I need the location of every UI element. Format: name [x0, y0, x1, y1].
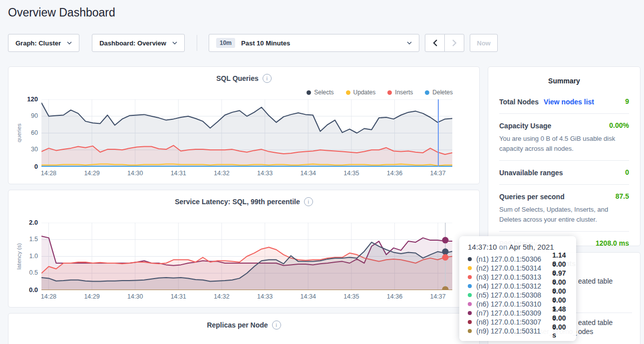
- graph-dropdown[interactable]: Graph: Cluster: [8, 34, 79, 52]
- node-address: (n3) 127.0.0.1:50313: [476, 273, 552, 281]
- summary-rows: Total NodesView nodes list9Capacity Usag…: [499, 90, 629, 255]
- tooltip-connector: on: [499, 243, 508, 251]
- x-axis-ticks: 14:2814:2914:3014:3114:3214:3314:3414:35…: [41, 170, 452, 178]
- x-tick-label: 14:34: [301, 170, 316, 177]
- service-latency-plot-area[interactable]: [41, 223, 452, 290]
- replicas-per-node-chart-panel: Replicas per Node i: [8, 313, 480, 344]
- summary-row-label: Capacity Usage: [499, 122, 551, 130]
- summary-row-value: 0: [625, 168, 629, 176]
- x-tick-label: 14:29: [84, 170, 99, 177]
- summary-row-value: 9: [625, 97, 629, 105]
- now-button[interactable]: Now: [470, 34, 498, 52]
- node-address: (n9) 127.0.0.1:50311: [476, 327, 552, 335]
- sql-queries-chart-title: SQL Queries: [216, 74, 259, 82]
- time-range-label: Past 10 Minutes: [241, 39, 290, 47]
- chevron-right-icon: [452, 39, 457, 46]
- legend-color-dot: [387, 90, 392, 95]
- y-tick-label: 1.5: [10, 236, 38, 243]
- legend-color-dot: [307, 90, 311, 95]
- dashboard-dropdown-label: Dashboard: Overview: [99, 39, 166, 47]
- y-tick-label: 90: [10, 112, 38, 119]
- summary-row-label: Unavailable ranges: [499, 169, 563, 177]
- overview-dashboard-page: Overview Dashboard Graph: Cluster Dashbo…: [0, 0, 644, 344]
- chart-hover-tooltip: 14:37:10 on Apr 5th, 2021 (n1) 127.0.0.1…: [459, 236, 576, 341]
- x-tick-label: 14:32: [214, 170, 229, 177]
- x-tick-label: 14:36: [387, 293, 402, 300]
- service-latency-chart-title: Service Latency: SQL, 99th percentile: [175, 198, 300, 206]
- legend-item-updates: Updates: [346, 89, 376, 96]
- info-icon[interactable]: i: [272, 321, 281, 330]
- toolbar-divider: [197, 35, 197, 51]
- y-tick-label: 60: [10, 129, 38, 136]
- tooltip-node-list: (n1) 127.0.0.1:503061.14 s(n2) 127.0.0.1…: [468, 255, 571, 336]
- info-icon[interactable]: i: [263, 74, 272, 83]
- sql-queries-chart-panel: SQL Queries i SelectsUpdatesInsertsDelet…: [8, 66, 480, 184]
- node-color-dot: [468, 320, 472, 324]
- sql-queries-plot-area[interactable]: [41, 99, 452, 167]
- tooltip-time: 14:37:10: [468, 243, 497, 251]
- summary-row-label: Queries per second: [499, 193, 565, 201]
- time-range-badge: 10m: [216, 38, 235, 48]
- y-tick-label: 1.0: [10, 253, 38, 260]
- node-color-dot: [468, 311, 472, 315]
- node-latency-value: 0.00 s: [552, 323, 571, 339]
- summary-row-value: 0.00%: [609, 121, 629, 129]
- dashboard-dropdown[interactable]: Dashboard: Overview: [92, 34, 185, 52]
- legend-label: Updates: [353, 89, 376, 96]
- legend-label: Deletes: [432, 89, 453, 96]
- y-tick-label: 120: [10, 95, 38, 103]
- chart-legend: SelectsUpdatesInsertsDeletes: [307, 89, 453, 96]
- y-tick-label: 0.0: [10, 286, 38, 294]
- y-tick-label: 30: [10, 146, 38, 153]
- summary-row: Queries per second87.5Sum of Selects, Up…: [499, 184, 629, 231]
- x-tick-label: 14:28: [41, 170, 56, 177]
- summary-panel: Summary Total NodesView nodes list9Capac…: [488, 66, 641, 246]
- graph-dropdown-label: Graph: Cluster: [15, 39, 61, 47]
- event-text-fragment: odes: [578, 328, 593, 336]
- x-axis-ticks: 14:2814:2914:3014:3114:3214:3314:3414:35…: [41, 293, 452, 301]
- x-tick-label: 14:30: [127, 170, 143, 177]
- x-tick-label: 14:31: [171, 170, 186, 177]
- time-prev-button[interactable]: [425, 34, 445, 52]
- node-address: (n5) 127.0.0.1:50308: [476, 291, 552, 299]
- time-range-selector[interactable]: 10m Past 10 Minutes: [209, 34, 419, 52]
- node-address: (n7) 127.0.0.1:50309: [476, 309, 552, 317]
- x-tick-label: 14:28: [41, 293, 56, 300]
- summary-row: Unavailable ranges0: [499, 160, 629, 184]
- summary-row-value: 87.5: [616, 192, 629, 200]
- view-nodes-list-link[interactable]: View nodes list: [544, 98, 594, 106]
- chart-title-row: Replicas per Node i: [8, 321, 479, 330]
- node-address: (n8) 127.0.0.1:50307: [476, 318, 552, 326]
- x-tick-label: 14:37: [430, 293, 445, 300]
- summary-row-subtext: You are using 0 B of 4.5 GiB usable disk…: [499, 134, 629, 153]
- legend-item-inserts: Inserts: [387, 89, 413, 96]
- node-address: (n2) 127.0.0.1:50314: [476, 264, 552, 272]
- node-address: (n1) 127.0.0.1:50306: [476, 255, 552, 263]
- node-color-dot: [468, 275, 472, 279]
- legend-color-dot: [425, 90, 429, 95]
- chevron-down-icon: [407, 41, 412, 44]
- y-tick-label: 0: [10, 163, 38, 170]
- node-color-dot: [468, 293, 472, 297]
- node-color-dot: [468, 329, 472, 333]
- summary-row-label: Total Nodes: [499, 98, 539, 106]
- x-tick-label: 14:33: [257, 170, 273, 177]
- node-address: (n4) 127.0.0.1:50312: [476, 282, 552, 290]
- x-tick-label: 14:31: [171, 293, 186, 300]
- replicas-chart-title: Replicas per Node: [207, 321, 268, 329]
- chevron-down-icon: [67, 41, 72, 44]
- chart-title-row: Service Latency: SQL, 99th percentile i: [8, 197, 479, 206]
- chevron-left-icon: [433, 39, 437, 46]
- summary-title: Summary: [488, 77, 640, 85]
- node-color-dot: [468, 266, 472, 270]
- info-icon[interactable]: i: [304, 197, 313, 206]
- event-text-fragment: eated table: [578, 277, 613, 285]
- summary-row-value: 1208.0 ms: [596, 239, 629, 247]
- time-next-button[interactable]: [444, 34, 464, 52]
- legend-label: Selects: [314, 89, 333, 96]
- summary-row-subtext: Sum of Selects, Updates, Inserts, and De…: [499, 205, 629, 224]
- x-tick-label: 14:30: [127, 293, 143, 300]
- y-tick-label: 2.0: [10, 219, 38, 226]
- x-tick-label: 14:36: [387, 170, 402, 177]
- x-tick-label: 14:34: [301, 293, 316, 300]
